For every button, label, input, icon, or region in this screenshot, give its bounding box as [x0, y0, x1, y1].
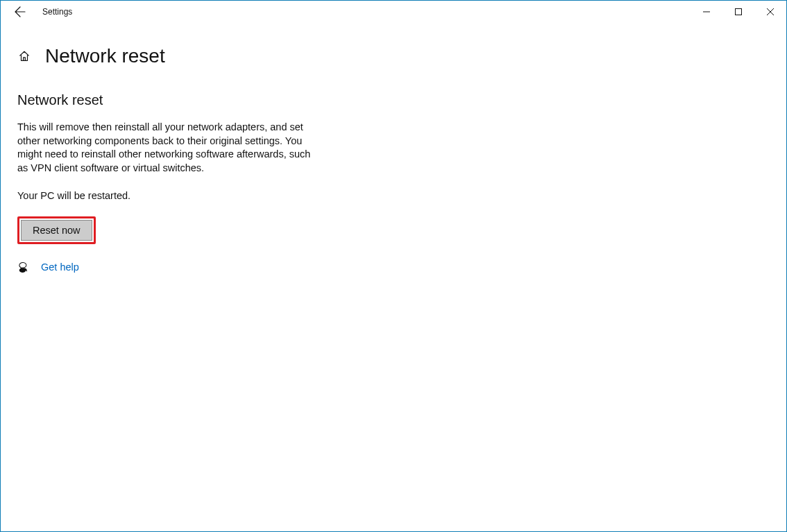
content-area: Network reset Network reset This will re… [1, 23, 786, 273]
get-help-link[interactable]: Get help [41, 261, 79, 273]
maximize-icon [735, 8, 742, 15]
window-controls [691, 1, 786, 23]
reset-button-highlight: Reset now [17, 216, 96, 244]
page-heading-row: Network reset [17, 45, 770, 67]
page-title: Network reset [45, 45, 165, 67]
window-title: Settings [42, 7, 72, 17]
minimize-icon [703, 8, 710, 15]
help-row: Get help [17, 261, 770, 273]
house-icon [18, 50, 31, 62]
back-button[interactable] [6, 1, 34, 23]
help-chat-icon [17, 261, 30, 273]
svg-rect-0 [736, 9, 742, 15]
minimize-button[interactable] [691, 1, 722, 23]
restart-notice: Your PC will be restarted. [17, 190, 770, 201]
close-button[interactable] [754, 1, 786, 23]
title-bar: Settings [1, 1, 786, 23]
section-title: Network reset [17, 92, 770, 108]
back-arrow-icon [15, 6, 26, 17]
description-text: This will remove then reinstall all your… [17, 121, 323, 175]
reset-now-button[interactable]: Reset now [21, 220, 92, 241]
maximize-button[interactable] [722, 1, 754, 23]
home-icon[interactable] [17, 49, 31, 63]
close-icon [767, 8, 774, 15]
